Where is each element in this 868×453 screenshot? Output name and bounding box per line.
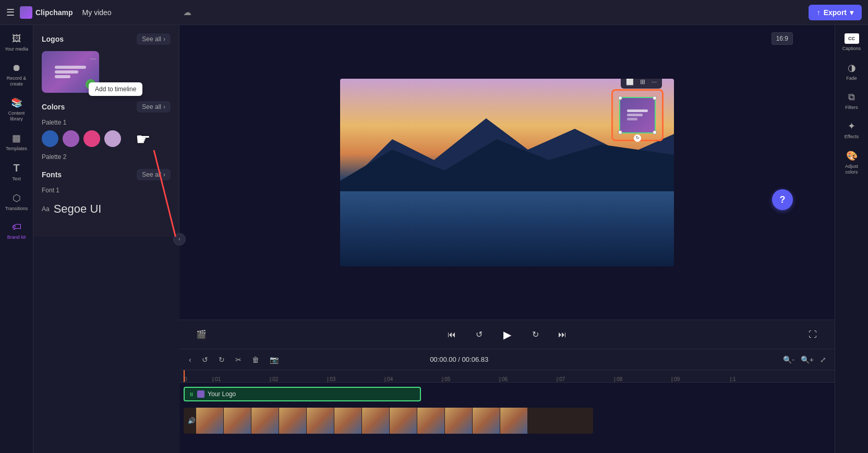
- brand-panel-wrapper: Logos See all › ··· +: [33, 25, 179, 453]
- rewind-button[interactable]: ↺: [469, 325, 488, 344]
- ruler-marks: 0 |:01 |:02 |:03 |:04 |:05: [184, 376, 830, 382]
- rotate-handle[interactable]: ↻: [634, 134, 641, 142]
- sidebar-item-record-create[interactable]: ⏺ Record & create: [2, 58, 31, 91]
- main-layout: 🖼 Your media ⏺ Record & create 📚 Content…: [0, 25, 868, 453]
- play-button[interactable]: ▶: [497, 324, 517, 345]
- color-swatch-lavender[interactable]: [104, 130, 121, 147]
- sidebar-item-your-media[interactable]: 🖼 Your media: [2, 29, 31, 56]
- transitions-icon: ⬡: [13, 192, 21, 204]
- font-name-display: Segoe UI: [54, 202, 102, 216]
- video-thumb-3: [251, 408, 279, 434]
- colors-see-all-button[interactable]: See all ›: [137, 101, 171, 113]
- logo-add-button[interactable]: +: [86, 79, 96, 90]
- panel-collapse-button[interactable]: ‹: [173, 233, 186, 246]
- video-thumb-2: [224, 408, 251, 434]
- right-sidebar-item-fade[interactable]: ◑ Fade: [837, 58, 866, 85]
- sidebar-item-content-library[interactable]: 📚 Content library: [2, 93, 31, 126]
- video-thumb-6: [334, 408, 361, 434]
- help-button[interactable]: ?: [772, 189, 793, 210]
- water-reflection: [340, 191, 674, 266]
- sidebar-item-text[interactable]: T Text: [2, 158, 31, 186]
- delete-button[interactable]: 🗑: [249, 353, 262, 366]
- sidebar-label-record-create: Record & create: [4, 76, 29, 87]
- logos-see-all-button[interactable]: See all ›: [137, 33, 171, 45]
- zoom-out-button[interactable]: 🔍-: [781, 353, 797, 366]
- aspect-ratio-area: 16:9: [771, 33, 793, 43]
- sidebar-label-content-library: Content library: [4, 111, 29, 122]
- ruler-mark-8: |:08: [589, 376, 647, 382]
- right-sidebar-item-effects[interactable]: ✦ Effects: [837, 116, 866, 144]
- color-swatch-blue[interactable]: [42, 130, 58, 147]
- undo-button[interactable]: ↺: [199, 353, 211, 366]
- video-title-input[interactable]: [78, 6, 178, 19]
- cloud-sync-icon: ☁: [183, 7, 191, 17]
- corner-handle-bl[interactable]: [618, 130, 622, 134]
- corner-handle-br[interactable]: [653, 130, 657, 134]
- sticker-button[interactable]: 🎬: [192, 325, 211, 344]
- forward-button[interactable]: ↻: [526, 325, 545, 344]
- video-track-thumb-strip: [184, 408, 527, 434]
- right-sidebar-label-adjust-colors: Adjust colors: [839, 164, 864, 175]
- captions-cc-badge: CC: [845, 33, 859, 44]
- video-thumb-5: [307, 408, 334, 434]
- palette2-label: Palette 2: [42, 153, 171, 161]
- colors-section-header: Colors See all ›: [42, 101, 171, 113]
- ruler-mark-5: |:05: [417, 376, 475, 382]
- corner-handle-tr[interactable]: [653, 96, 657, 100]
- ruler-mark-9: |:09: [647, 376, 704, 382]
- video-thumb-11: [473, 408, 500, 434]
- topbar: ☰ Clipchamp ☁ ↑ Export ▾: [0, 0, 868, 25]
- export-button[interactable]: ↑ Export ▾: [809, 5, 862, 20]
- logo-overlay-inner[interactable]: ↻: [619, 97, 656, 133]
- right-sidebar-label-filters: Filters: [845, 105, 858, 111]
- logo-preview: [51, 62, 90, 82]
- logo-track[interactable]: ⏸ Your Logo: [184, 387, 421, 401]
- zoom-fit-button[interactable]: ⤢: [818, 353, 828, 366]
- timeline-back-button[interactable]: ‹: [186, 353, 195, 366]
- right-sidebar-item-captions[interactable]: CC Captions: [837, 29, 866, 56]
- skip-back-button[interactable]: ⏮: [442, 325, 461, 344]
- ruler-mark-3: |:03: [303, 376, 360, 382]
- sidebar-item-templates[interactable]: ▦ Templates: [2, 128, 31, 156]
- logo-options-icon[interactable]: ···: [90, 54, 96, 63]
- fullscreen-button[interactable]: ⛶: [803, 325, 822, 344]
- right-sidebar-item-filters[interactable]: ⧉ Filters: [837, 88, 866, 115]
- playback-controls: 🎬 ⏮ ↺ ▶ ↻ ⏭ ⛶: [179, 320, 835, 349]
- adjust-colors-icon: 🎨: [846, 150, 858, 162]
- zoom-in-button[interactable]: 🔍+: [799, 353, 816, 366]
- crop-tool-icon[interactable]: ⬜: [624, 79, 636, 87]
- corner-handle-tl[interactable]: [618, 96, 622, 100]
- export-label: Export: [824, 8, 847, 17]
- more-options-icon[interactable]: ···: [649, 79, 659, 87]
- color-swatch-purple[interactable]: [63, 130, 79, 147]
- snapshot-button[interactable]: 📷: [267, 353, 282, 366]
- skip-forward-button[interactable]: ⏭: [553, 325, 572, 344]
- effects-icon: ✦: [848, 120, 855, 132]
- fonts-see-all-button[interactable]: See all ›: [137, 169, 171, 180]
- redo-button[interactable]: ↻: [215, 353, 228, 366]
- cut-button[interactable]: ✂: [232, 353, 245, 366]
- logo-card[interactable]: ··· +: [42, 51, 99, 93]
- hamburger-menu[interactable]: ☰: [6, 7, 15, 18]
- logo-area: Clipchamp: [20, 6, 73, 19]
- ruler-mark-2: |:02: [245, 376, 303, 382]
- export-chevron: ▾: [850, 8, 853, 17]
- timeline-tracks: ⏸ Your Logo 🔊: [179, 383, 835, 453]
- right-sidebar-label-effects: Effects: [845, 134, 859, 140]
- playhead[interactable]: [184, 370, 185, 382]
- filters-icon: ⧉: [848, 92, 855, 103]
- content-library-icon: 📚: [11, 97, 22, 108]
- sidebar-item-brand-kit[interactable]: 🏷 Brand kit: [2, 217, 31, 244]
- logo-overlay-container[interactable]: ⬜ ⊞ ···: [611, 89, 664, 141]
- resize-tool-icon[interactable]: ⊞: [638, 79, 647, 87]
- colors-title: Colors: [42, 103, 65, 111]
- track-pause-icon: ⏸: [189, 391, 194, 397]
- video-thumb-9: [417, 408, 444, 434]
- clipchamp-logo-icon: [20, 6, 32, 19]
- app-name: Clipchamp: [35, 8, 73, 17]
- right-sidebar-item-adjust-colors[interactable]: 🎨 Adjust colors: [837, 146, 866, 179]
- color-swatch-pink[interactable]: [83, 130, 100, 147]
- sidebar-item-transitions[interactable]: ⬡ Transitions: [2, 188, 31, 216]
- video-track[interactable]: 🔊: [184, 408, 593, 434]
- timeline-time-display: 00:00.00 / 00:06.83: [430, 356, 488, 363]
